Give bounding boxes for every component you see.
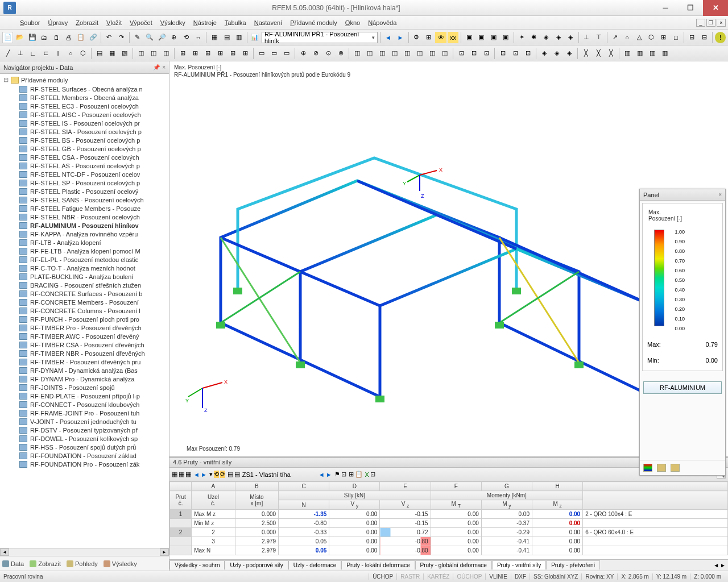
minimize-button[interactable]: ─ bbox=[653, 0, 678, 16]
tool-icon[interactable]: ▦ bbox=[172, 471, 177, 478]
tool-icon[interactable]: ▤ bbox=[94, 48, 105, 59]
tool-icon[interactable]: ▣ bbox=[476, 32, 487, 43]
undo-icon[interactable]: ↶ bbox=[104, 32, 114, 43]
tool-icon[interactable]: ╱ bbox=[2, 48, 14, 59]
tool-icon[interactable]: ⊞ bbox=[658, 32, 669, 43]
tool-icon[interactable]: ⊟ bbox=[698, 32, 709, 43]
module-item[interactable]: RF-TIMBER - Posouzení dřevěných pru bbox=[3, 357, 169, 366]
tool-icon[interactable]: ▣ bbox=[488, 32, 499, 43]
module-item[interactable]: V-JOINT - Posouzení jednoduchých tu bbox=[3, 417, 169, 426]
maximize-button[interactable]: ☐ bbox=[678, 0, 703, 16]
module-item[interactable]: RF-EL-PL - Posouzení metodou elastic bbox=[3, 255, 169, 264]
tool-icon[interactable]: ▥ bbox=[634, 48, 646, 59]
panel-icon[interactable] bbox=[657, 464, 666, 472]
pin-icon[interactable]: 📌 bbox=[153, 64, 160, 70]
module-item[interactable]: RF-STEEL Fatigue Members - Posouze bbox=[3, 204, 169, 213]
tool-icon[interactable]: I bbox=[52, 48, 64, 59]
menu-úpravy[interactable]: Úpravy bbox=[44, 18, 72, 28]
close-button[interactable]: ✕ bbox=[703, 0, 728, 16]
tool-icon[interactable]: ◫ bbox=[364, 48, 375, 59]
tool-icon[interactable]: ▦ bbox=[106, 48, 118, 59]
tool-icon[interactable]: ▭ bbox=[281, 48, 292, 59]
tool-icon[interactable]: ◫ bbox=[427, 48, 438, 59]
tool-icon[interactable]: ⊤ bbox=[593, 32, 604, 43]
module-item[interactable]: BRACING - Posouzení střešních ztužen bbox=[3, 281, 169, 289]
module-item[interactable]: RF-STEEL EC3 - Posouzení ocelových bbox=[3, 102, 169, 110]
tool-icon[interactable]: ▣ bbox=[464, 32, 474, 43]
module-item[interactable]: RF-TIMBER NBR - Posouzení dřevěných bbox=[3, 349, 169, 357]
module-item[interactable]: RF-DYNAM - Dynamická analýza (Bas bbox=[3, 366, 169, 375]
tool-icon[interactable]: ◈ bbox=[553, 32, 564, 43]
module-item[interactable]: RF-FRAME-JOINT Pro - Posouzení tuh bbox=[3, 409, 169, 417]
tool-icon[interactable]: ⚙ bbox=[411, 32, 422, 43]
module-item[interactable]: RF-FE-LTB - Analýza klopení pomocí M bbox=[3, 247, 169, 255]
module-item[interactable]: RF-STEEL BS - Posouzení ocelových p bbox=[3, 136, 169, 144]
tool-icon[interactable]: 📋 bbox=[355, 471, 363, 478]
tool-icon[interactable]: ◫ bbox=[135, 48, 147, 59]
tool-icon[interactable]: ⊡ bbox=[522, 48, 533, 59]
new-icon[interactable]: 📄 bbox=[2, 32, 13, 43]
mdi-close[interactable]: × bbox=[717, 19, 726, 27]
tool-icon[interactable]: 👁 bbox=[435, 32, 446, 43]
tool-icon[interactable]: ◫ bbox=[160, 48, 172, 59]
tool-icon[interactable]: ⊡ bbox=[370, 471, 375, 478]
tool-icon[interactable]: ⬡ bbox=[646, 32, 657, 43]
status-toggle[interactable]: VLINIE bbox=[485, 573, 511, 580]
tool-icon[interactable]: ▦ bbox=[185, 471, 191, 478]
tool-icon[interactable]: ▥ bbox=[233, 32, 244, 43]
navigator-tree[interactable]: ⊟ Přídavné moduly RF-STEEL Surfaces - Ob… bbox=[0, 74, 169, 548]
module-item[interactable]: RF-TIMBER AWC - Posouzení dřevěný bbox=[3, 332, 169, 340]
tool-icon[interactable]: ⊡ bbox=[456, 48, 467, 59]
tool-icon[interactable]: ⬡ bbox=[77, 48, 89, 59]
tool-icon[interactable]: ○ bbox=[622, 32, 632, 43]
tool-icon[interactable]: ◫ bbox=[377, 48, 388, 59]
tool-icon[interactable]: ◫ bbox=[402, 48, 413, 59]
table-tab[interactable]: Pruty - globální deformace bbox=[415, 560, 492, 569]
table-row[interactable]: 32.9790.050.00-0.800.00-0.410.00 bbox=[170, 537, 728, 546]
status-toggle[interactable]: OÚCHOP bbox=[453, 573, 485, 580]
tab-scroll-left[interactable]: ◄ bbox=[713, 562, 719, 568]
menu-výsledky[interactable]: Výsledky bbox=[156, 18, 189, 28]
nav-close-icon[interactable]: × bbox=[162, 64, 166, 70]
module-item[interactable]: RF-STEEL Members - Obecná analýza bbox=[3, 93, 169, 102]
tree-root[interactable]: ⊟ Přídavné moduly bbox=[3, 75, 169, 85]
module-item[interactable]: RF-FOUNDATION - Posouzení základ bbox=[3, 451, 169, 460]
menu-výpočet[interactable]: Výpočet bbox=[126, 18, 156, 28]
module-item[interactable]: RF-END-PLATE - Posouzení přípojů l-p bbox=[3, 392, 169, 400]
module-item[interactable]: RF-C-TO-T - Analýza mezních hodnot bbox=[3, 264, 169, 272]
tool-icon[interactable]: xx bbox=[448, 32, 458, 43]
menu-nápověda[interactable]: Nápověda bbox=[364, 18, 400, 28]
module-item[interactable]: RF-STEEL NBR - Posouzení ocelových bbox=[3, 213, 169, 221]
loadcase-selector[interactable]: ZS1 - Vlastní tíha bbox=[242, 471, 316, 478]
module-item[interactable]: RF-HSS - Posouzení spojů dutých prů bbox=[3, 443, 169, 451]
tool-icon[interactable]: ◫ bbox=[439, 48, 450, 59]
save-icon[interactable]: 💾 bbox=[27, 32, 38, 43]
module-item[interactable]: RF-STEEL CSA - Posouzení ocelových bbox=[3, 153, 169, 161]
tool-icon[interactable]: ⊙ bbox=[322, 48, 334, 59]
module-item[interactable]: RF-STEEL Surfaces - Obecná analýza n bbox=[3, 85, 169, 93]
tool-icon[interactable]: ▦ bbox=[179, 471, 184, 478]
tool-icon[interactable]: 📊 bbox=[250, 32, 260, 43]
prev-icon[interactable]: ◄ bbox=[318, 471, 325, 478]
module-item[interactable]: RF-TIMBER CSA - Posouzení dřevěných bbox=[3, 340, 169, 349]
tool-icon[interactable]: ▤ bbox=[234, 471, 240, 478]
tool-icon[interactable]: ╳ bbox=[605, 48, 617, 59]
nav-tab-zobrazit[interactable]: Zobrazit bbox=[30, 560, 61, 567]
table-tab[interactable]: Pruty - přetvoření bbox=[546, 560, 600, 569]
tool-icon[interactable]: ▣ bbox=[500, 32, 511, 43]
table-row[interactable]: 220.000-0.330.000.720.00-0.290.006 - QRO… bbox=[170, 528, 728, 537]
tool-icon[interactable]: ⊥ bbox=[15, 48, 26, 59]
tool-icon[interactable]: ⊡ bbox=[510, 48, 521, 59]
tool-icon[interactable]: ▭ bbox=[268, 48, 280, 59]
tool-icon[interactable]: ⊏ bbox=[40, 48, 51, 59]
module-item[interactable]: RF-CONCRETE Members - Posouzení bbox=[3, 298, 169, 306]
module-item[interactable]: RF-TIMBER Pro - Posouzení dřevěných bbox=[3, 323, 169, 332]
module-item[interactable]: RF-JOINTS - Posouzení spojů bbox=[3, 383, 169, 392]
table-tab[interactable]: Pruty - lokální deformace bbox=[341, 560, 415, 569]
tool-icon[interactable]: ↗ bbox=[610, 32, 621, 43]
status-toggle[interactable]: KARTÉZ bbox=[423, 573, 453, 580]
prev-icon[interactable]: ◄ bbox=[383, 32, 394, 43]
module-item[interactable]: RF-STEEL GB - Posouzení ocelových p bbox=[3, 144, 169, 153]
table-tab[interactable]: Výsledky - souhrn bbox=[169, 560, 225, 569]
tool-icon[interactable]: ○ bbox=[65, 48, 76, 59]
